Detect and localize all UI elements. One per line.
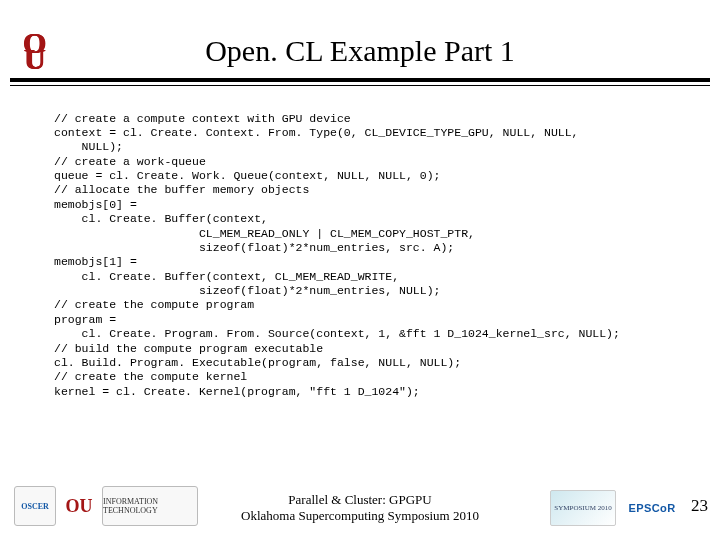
footer-logos-right: SYMPOSIUM 2010 EPSCoR — [550, 490, 680, 526]
symposium-logo: SYMPOSIUM 2010 — [550, 490, 616, 526]
slide-footer: OSCER OU INFORMATION TECHNOLOGY Parallel… — [0, 474, 720, 530]
code-listing: // create a compute context with GPU dev… — [54, 112, 690, 400]
slide: O U Open. CL Example Part 1 // create a … — [0, 0, 720, 540]
divider-thick — [10, 78, 710, 82]
slide-header: O U Open. CL Example Part 1 — [0, 22, 720, 102]
epscor-logo: EPSCoR — [624, 493, 680, 523]
divider-thin — [10, 85, 710, 86]
page-number: 23 — [691, 496, 708, 516]
slide-title: Open. CL Example Part 1 — [0, 34, 720, 68]
